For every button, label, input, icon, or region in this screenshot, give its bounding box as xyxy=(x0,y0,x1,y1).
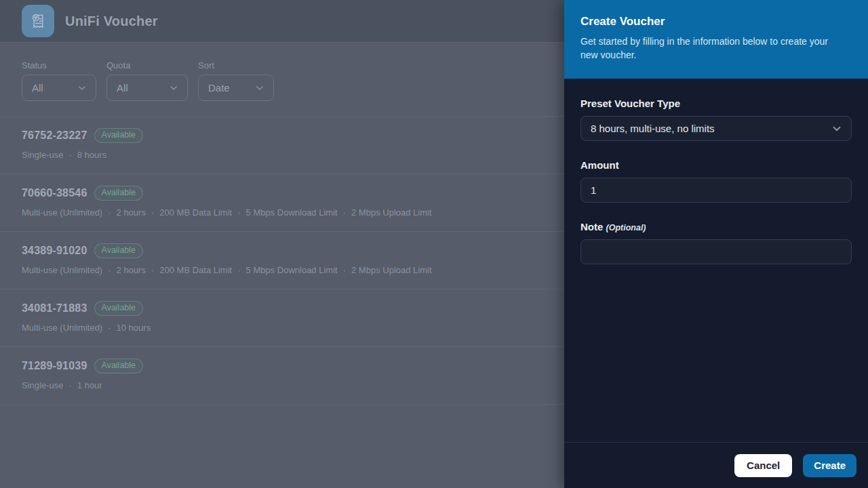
app-header: UniFi Voucher xyxy=(0,0,564,43)
voucher-code: 70660-38546 xyxy=(22,187,87,199)
note-group: Note (Optional) xyxy=(580,221,852,264)
amount-group: Amount xyxy=(580,159,852,203)
status-badge: Available xyxy=(94,359,144,373)
page-title: UniFi Voucher xyxy=(65,14,158,29)
preset-voucher-type-group: Preset Voucher Type 8 hours, multi-use, … xyxy=(580,98,852,141)
filter-status-label: Status xyxy=(22,60,96,70)
note-label: Note (Optional) xyxy=(580,221,852,232)
voucher-details: Single-use·8 hours xyxy=(22,150,542,160)
preset-voucher-type-select[interactable]: 8 hours, multi-use, no limits xyxy=(580,116,852,141)
filter-sort: Sort Date xyxy=(198,60,274,101)
voucher-list: 76752-23227 Available Single-use·8 hours… xyxy=(0,117,564,405)
panel-header: Create Voucher Get started by filling in… xyxy=(564,0,868,79)
filter-quota-select[interactable]: All xyxy=(106,75,188,101)
voucher-list-item[interactable]: 34389-91020 Available Multi-use (Unlimit… xyxy=(0,232,564,289)
chevron-down-icon xyxy=(77,83,87,94)
filters-bar: Status All Quota All Sort Date xyxy=(0,43,564,117)
note-input[interactable] xyxy=(580,239,852,264)
voucher-details: Multi-use (Unlimited)·2 hours·200 MB Dat… xyxy=(22,207,542,218)
preset-voucher-type-label: Preset Voucher Type xyxy=(580,98,852,109)
cancel-button[interactable]: Cancel xyxy=(734,454,792,477)
voucher-details: Single-use·1 hour xyxy=(22,380,542,390)
chevron-down-icon xyxy=(254,83,265,94)
voucher-list-item[interactable]: 76752-23227 Available Single-use·8 hours xyxy=(0,117,564,174)
voucher-receipt-icon xyxy=(22,5,54,37)
voucher-app-main: UniFi Voucher Status All Quota All Sort xyxy=(0,0,564,488)
status-badge: Available xyxy=(94,128,144,143)
status-badge: Available xyxy=(94,243,144,258)
filter-quota-value: All xyxy=(117,82,128,94)
filter-status: Status All xyxy=(22,60,96,101)
filter-status-value: All xyxy=(32,82,43,94)
filter-quota-label: Quota xyxy=(106,60,188,70)
panel-body: Preset Voucher Type 8 hours, multi-use, … xyxy=(564,79,868,442)
filter-quota: Quota All xyxy=(106,60,188,101)
panel-subtitle: Get started by filling in the informatio… xyxy=(580,35,845,62)
filter-status-select[interactable]: All xyxy=(22,75,96,101)
voucher-details: Multi-use (Unlimited)·10 hours xyxy=(22,323,542,333)
chevron-down-icon xyxy=(168,83,179,94)
create-voucher-panel: Create Voucher Get started by filling in… xyxy=(564,0,868,488)
panel-title: Create Voucher xyxy=(580,15,852,28)
filter-sort-select[interactable]: Date xyxy=(198,75,274,101)
chevron-down-icon xyxy=(831,123,843,135)
voucher-code: 34081-71883 xyxy=(22,302,87,314)
filter-sort-value: Date xyxy=(208,82,230,94)
voucher-code: 71289-91039 xyxy=(22,360,87,372)
note-optional-hint: (Optional) xyxy=(606,223,646,232)
amount-label: Amount xyxy=(580,159,852,171)
preset-voucher-type-value: 8 hours, multi-use, no limits xyxy=(591,123,715,134)
voucher-code: 76752-23227 xyxy=(22,129,87,142)
amount-input[interactable] xyxy=(580,178,852,203)
voucher-details: Multi-use (Unlimited)·2 hours·200 MB Dat… xyxy=(22,265,542,275)
status-badge: Available xyxy=(94,186,144,201)
create-button[interactable]: Create xyxy=(803,454,856,477)
status-badge: Available xyxy=(94,301,144,316)
voucher-list-item[interactable]: 71289-91039 Available Single-use·1 hour xyxy=(0,347,564,405)
panel-footer: Cancel Create xyxy=(564,442,868,488)
voucher-list-item[interactable]: 34081-71883 Available Multi-use (Unlimit… xyxy=(0,289,564,347)
voucher-list-item[interactable]: 70660-38546 Available Multi-use (Unlimit… xyxy=(0,174,564,232)
voucher-code: 34389-91020 xyxy=(22,245,87,257)
filter-sort-label: Sort xyxy=(198,60,274,70)
